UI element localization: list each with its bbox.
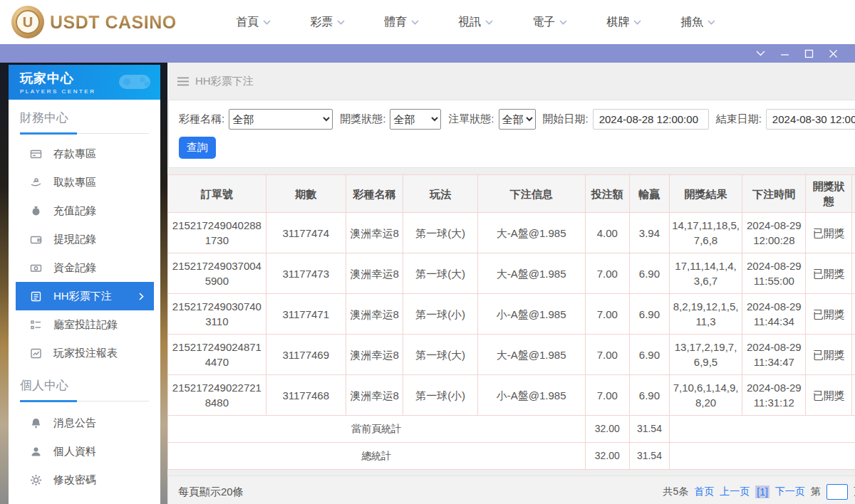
table-row: 215217249040288173031177474澳洲幸运8第一球(大)大-… bbox=[168, 213, 855, 253]
lottery-name-label: 彩種名稱: bbox=[179, 112, 224, 126]
section-title-personal: 個人中心 bbox=[20, 377, 149, 401]
hand-money-icon bbox=[30, 177, 42, 189]
cell-period: 31177471 bbox=[266, 294, 346, 335]
cell-period: 31177469 bbox=[266, 335, 346, 375]
bets-table-wrap: 訂單號 期數 彩種名稱 玩法 下注信息 投注額 輸贏 開獎結果 下注時間 開獎狀… bbox=[167, 174, 855, 470]
sidebar-item-recharge-record[interactable]: 充值記錄 bbox=[9, 196, 160, 225]
total-summary-bet: 32.00 bbox=[585, 443, 629, 470]
maximize-icon bbox=[804, 49, 814, 58]
window-collapse-button[interactable] bbox=[748, 44, 772, 63]
table-header-row: 訂單號 期數 彩種名稱 玩法 下注信息 投注額 輸贏 開獎結果 下注時間 開獎狀… bbox=[168, 175, 855, 213]
chevron-right-icon bbox=[139, 293, 144, 300]
cell-order-status: 有效 bbox=[852, 375, 855, 416]
draw-status-select[interactable]: 全部 bbox=[390, 109, 441, 130]
search-button[interactable]: 查詢 bbox=[179, 137, 216, 159]
sidebar-item-label: 個人資料 bbox=[53, 445, 96, 458]
bell-icon bbox=[30, 417, 42, 429]
nav-label: 捕魚 bbox=[680, 15, 703, 30]
end-date-input[interactable] bbox=[766, 109, 855, 130]
sidebar-item-player-bet-report[interactable]: 玩家投注報表 bbox=[9, 339, 160, 367]
window-minimize-button[interactable] bbox=[772, 44, 797, 63]
main-content: HH彩票下注 彩種名稱: 全部 開獎狀態: 全部 注單狀態: 全部 開始日期: … bbox=[167, 63, 855, 504]
sidebar-item-hall-bet-record[interactable]: 廳室投註記錄 bbox=[9, 310, 160, 339]
first-page-link[interactable]: 首页 bbox=[694, 485, 714, 498]
total-summary-winloss: 31.54 bbox=[629, 443, 669, 470]
next-page-link[interactable]: 下一页 bbox=[775, 485, 805, 498]
start-date-input[interactable] bbox=[593, 109, 709, 130]
brand-title: USDT CASINO bbox=[50, 12, 177, 33]
cell-bet-info: 大-A盤@1.985 bbox=[477, 335, 585, 375]
sidebar: 玩家中心 PLAYERS CENTER 財務中心 存款專區 取款專區 充值記錄 bbox=[9, 65, 160, 504]
cell-play-type: 第一球(大) bbox=[403, 253, 477, 294]
page-summary-label: 當前頁統計 bbox=[168, 416, 586, 443]
sidebar-item-label: 存款專區 bbox=[53, 147, 96, 161]
nav-label: 體育 bbox=[384, 15, 407, 30]
banknote-icon bbox=[30, 262, 42, 274]
nav-item-slots[interactable]: 電子 bbox=[513, 15, 587, 30]
nav-item-home[interactable]: 首頁 bbox=[217, 15, 291, 30]
nav-label: 首頁 bbox=[236, 15, 259, 30]
cell-draw-status: 已開獎 bbox=[806, 375, 852, 416]
order-status-select[interactable]: 全部 bbox=[499, 109, 536, 130]
sidebar-item-profile[interactable]: 個人資料 bbox=[9, 437, 160, 466]
sidebar-item-funds-record[interactable]: 資金記錄 bbox=[9, 253, 160, 282]
nav-item-live[interactable]: 視訊 bbox=[439, 15, 513, 30]
cell-bet-time: 2024-08-29 12:00:28 bbox=[742, 213, 806, 253]
sidebar-item-withdraw[interactable]: 取款專區 bbox=[9, 168, 160, 196]
chevron-down-icon bbox=[633, 20, 641, 25]
cell-lottery-name: 澳洲幸运8 bbox=[346, 375, 403, 416]
page-summary-winloss: 31.54 bbox=[629, 416, 669, 443]
page-title: HH彩票下注 bbox=[195, 75, 254, 88]
cell-win-loss: 6.90 bbox=[629, 294, 669, 335]
col-header-draw-result: 開獎結果 bbox=[669, 175, 742, 213]
total-summary-empty bbox=[669, 443, 855, 470]
cell-order-no: 2152172490227218480 bbox=[168, 375, 266, 416]
col-header-lottery-name: 彩種名稱 bbox=[346, 175, 403, 213]
bank-card-icon bbox=[30, 148, 42, 160]
cell-play-type: 第一球(大) bbox=[403, 335, 477, 375]
sidebar-item-hh-lottery-bets[interactable]: HH彩票下注 bbox=[16, 282, 154, 310]
col-header-order-no: 訂單號 bbox=[168, 175, 266, 213]
nav-item-sports[interactable]: 體育 bbox=[365, 15, 439, 30]
sidebar-item-withdrawal-record[interactable]: 提現記錄 bbox=[9, 225, 160, 253]
sidebar-item-deposit[interactable]: 存款專區 bbox=[9, 140, 160, 168]
nav-label: 電子 bbox=[532, 15, 555, 30]
report-chart-icon bbox=[30, 347, 42, 359]
hamburger-menu-icon[interactable] bbox=[177, 77, 189, 86]
logo-letter: U bbox=[16, 10, 40, 34]
window-maximize-button[interactable] bbox=[797, 44, 821, 63]
end-date-label: 結束日期: bbox=[716, 112, 762, 126]
nav-item-cards[interactable]: 棋牌 bbox=[587, 15, 661, 30]
nav-item-fishing[interactable]: 捕魚 bbox=[661, 15, 735, 30]
cell-win-loss: 6.90 bbox=[629, 375, 669, 416]
nav-item-lottery[interactable]: 彩票 bbox=[291, 15, 365, 30]
sidebar-item-label: HH彩票下注 bbox=[53, 290, 112, 303]
lottery-name-select[interactable]: 全部 bbox=[229, 109, 333, 130]
prev-page-link[interactable]: 上一页 bbox=[720, 485, 750, 498]
breadcrumb: HH彩票下注 bbox=[167, 63, 855, 100]
cell-draw-result: 14,17,11,18,5,7,6,8 bbox=[669, 213, 742, 253]
cell-order-status: 有效 bbox=[852, 335, 855, 375]
window-close-button[interactable] bbox=[821, 44, 845, 63]
cell-draw-result: 8,2,19,12,1,5,11,3 bbox=[669, 294, 742, 335]
col-header-bet-time: 下注時間 bbox=[742, 175, 806, 213]
sidebar-item-label: 充值記錄 bbox=[53, 204, 96, 218]
bets-table: 訂單號 期數 彩種名稱 玩法 下注信息 投注額 輸贏 開獎結果 下注時間 開獎狀… bbox=[167, 174, 855, 470]
total-count: 共5条 bbox=[663, 485, 688, 498]
page-summary-empty bbox=[669, 416, 855, 443]
nav-label: 視訊 bbox=[458, 15, 481, 30]
pagination-bar: 每頁顯示20條 共5条 首页 上一页 [1] 下一页 第 页 跳转 bbox=[167, 476, 855, 504]
cell-period: 31177473 bbox=[266, 253, 346, 294]
sidebar-item-label: 消息公告 bbox=[53, 416, 96, 430]
money-bag-icon bbox=[30, 205, 42, 217]
cell-order-no: 2152172490307403110 bbox=[168, 294, 266, 335]
page-jump-input[interactable] bbox=[826, 484, 848, 500]
minimize-icon bbox=[780, 49, 789, 58]
total-summary-row: 總統計 32.00 31.54 bbox=[168, 443, 855, 470]
sidebar-item-label: 廳室投註記錄 bbox=[53, 318, 118, 332]
sidebar-item-change-password[interactable]: 修改密碼 bbox=[9, 466, 160, 494]
person-icon bbox=[30, 446, 42, 458]
chevron-down-icon bbox=[756, 51, 765, 56]
sidebar-item-announcements[interactable]: 消息公告 bbox=[9, 409, 160, 437]
table-row: 215217249022721848031177468澳洲幸运8第一球(小)小-… bbox=[168, 375, 855, 416]
